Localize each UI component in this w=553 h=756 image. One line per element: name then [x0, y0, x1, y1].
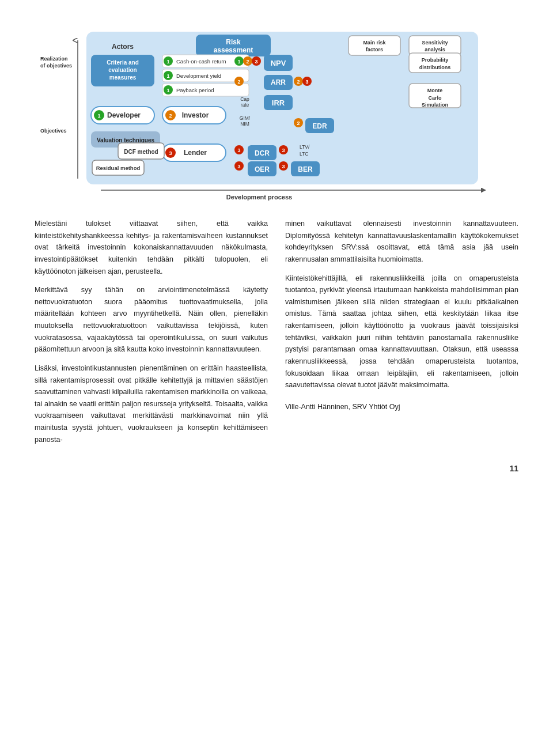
svg-text:Lender: Lender [184, 149, 207, 157]
svg-text:1: 1 [166, 88, 169, 93]
svg-text:rate: rate [241, 102, 249, 108]
diagram-svg: Realization of objectives Objectives [35, 17, 518, 202]
paragraph-1: Mielestäni tulokset viittaavat siihen, e… [35, 218, 268, 277]
svg-text:Carlo: Carlo [428, 95, 442, 101]
svg-text:Risk: Risk [226, 38, 241, 46]
right-column: minen vaikuttavat olennaisesti investoin… [285, 218, 518, 452]
svg-text:2: 2 [297, 79, 300, 85]
svg-text:3: 3 [169, 150, 172, 156]
paragraph-2: Merkittävä syy tähän on arviointimenetel… [35, 284, 268, 356]
paragraph-4: minen vaikuttavat olennaisesti investoin… [285, 218, 518, 266]
svg-text:NIM: NIM [240, 121, 249, 127]
svg-text:measures: measures [109, 74, 137, 81]
svg-text:3: 3 [237, 164, 240, 169]
svg-text:1: 1 [237, 59, 240, 65]
svg-text:Sensitivity: Sensitivity [422, 40, 448, 46]
svg-text:2: 2 [297, 120, 300, 126]
svg-text:Main risk: Main risk [363, 40, 386, 46]
svg-text:Development yield: Development yield [176, 73, 221, 79]
svg-text:1: 1 [166, 73, 169, 79]
svg-text:DCR: DCR [255, 149, 270, 157]
svg-text:Payback period: Payback period [176, 87, 214, 93]
svg-text:assessment: assessment [214, 46, 253, 54]
svg-text:Realization: Realization [40, 56, 68, 62]
svg-text:Cash-on-cash return: Cash-on-cash return [176, 58, 226, 65]
svg-text:BER: BER [298, 165, 313, 173]
svg-text:LTV/: LTV/ [300, 144, 310, 150]
svg-text:3: 3 [282, 148, 285, 153]
diagram-container: Realization of objectives Objectives [35, 17, 518, 203]
svg-text:2: 2 [246, 59, 249, 65]
svg-text:1: 1 [166, 59, 169, 65]
svg-text:2: 2 [169, 113, 172, 119]
svg-text:analysis: analysis [425, 47, 445, 52]
svg-text:Cap: Cap [240, 96, 249, 102]
svg-text:1: 1 [97, 113, 100, 119]
svg-text:ARR: ARR [271, 78, 286, 86]
svg-text:LTC: LTC [300, 151, 308, 157]
diagram-section: Realization of objectives Objectives [35, 17, 518, 203]
svg-text:evaluation: evaluation [108, 67, 137, 73]
left-column: Mielestäni tulokset viittaavat siihen, e… [35, 218, 268, 452]
svg-text:distributions: distributions [419, 65, 451, 70]
svg-text:Development process: Development process [226, 194, 292, 201]
paragraph-5: Kiinteistökehittäjillä, eli rakennusliik… [285, 273, 518, 391]
svg-text:3: 3 [282, 164, 285, 169]
svg-text:Investor: Investor [182, 111, 209, 119]
svg-text:Criteria and: Criteria and [107, 59, 139, 66]
svg-text:DCF method: DCF method [124, 149, 158, 155]
svg-text:OER: OER [255, 165, 270, 173]
svg-text:GIM/: GIM/ [240, 115, 251, 121]
svg-text:2: 2 [237, 79, 240, 85]
svg-text:IRR: IRR [272, 99, 285, 107]
svg-text:Monte: Monte [427, 88, 443, 93]
svg-text:Actors: Actors [112, 43, 134, 51]
svg-text:EDR: EDR [312, 122, 327, 130]
svg-text:Probability: Probability [422, 57, 449, 63]
text-section: Mielestäni tulokset viittaavat siihen, e… [35, 218, 518, 452]
svg-text:3: 3 [255, 59, 257, 65]
page-number: 11 [35, 464, 518, 473]
svg-text:Simulation: Simulation [422, 102, 448, 108]
svg-text:factors: factors [366, 47, 383, 52]
svg-text:NPV: NPV [271, 59, 286, 67]
svg-text:Objectives: Objectives [40, 128, 67, 134]
author-line: Ville-Antti Hänninen, SRV Yhtiöt Oyj [285, 403, 518, 411]
svg-text:Residual method: Residual method [96, 165, 141, 171]
paragraph-3: Lisäksi, investointikustannusten pienent… [35, 362, 268, 445]
svg-text:3: 3 [305, 79, 308, 85]
svg-text:3: 3 [237, 148, 240, 153]
svg-text:Developer: Developer [107, 111, 141, 119]
svg-text:of objectives: of objectives [40, 63, 72, 69]
